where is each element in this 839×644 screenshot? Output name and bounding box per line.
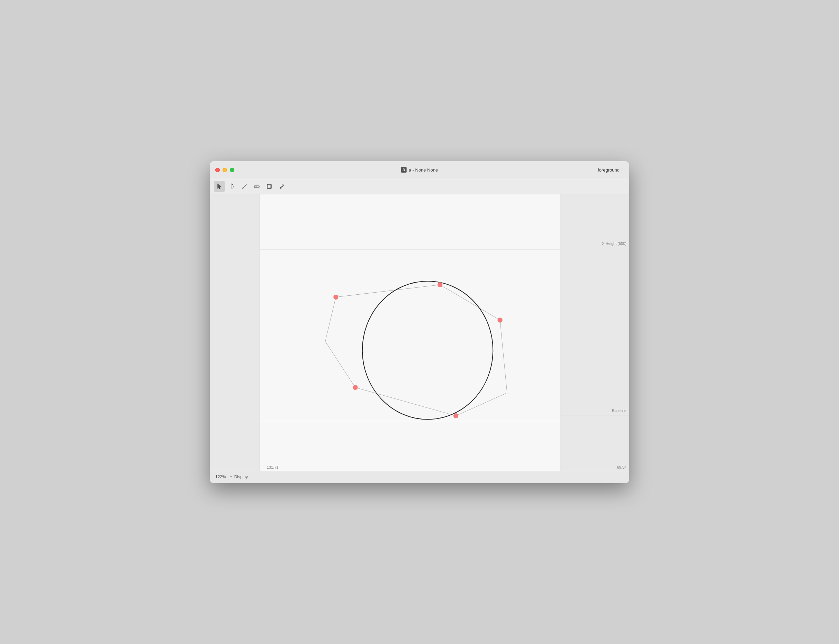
measure-tool-button[interactable] bbox=[251, 181, 262, 192]
maximize-button[interactable] bbox=[230, 168, 234, 172]
pointer-tool-button[interactable] bbox=[214, 181, 225, 192]
control-point-bottom-left bbox=[353, 385, 358, 390]
main-content: 131.71 X Height (500) Baseline 69.34 bbox=[210, 194, 629, 471]
close-button[interactable] bbox=[215, 168, 220, 172]
left-sidebar bbox=[210, 194, 260, 471]
pencil-icon bbox=[241, 183, 247, 189]
canvas-area[interactable]: 131.71 bbox=[260, 194, 560, 471]
control-point-left bbox=[333, 294, 338, 299]
svg-point-15 bbox=[363, 281, 493, 419]
coord-right-sidebar: 69.34 bbox=[617, 465, 626, 469]
toolbar bbox=[210, 179, 629, 194]
traffic-lights bbox=[215, 168, 234, 172]
svg-marker-14 bbox=[325, 285, 507, 416]
status-bar: 122% ⌃ Display... ⌄ bbox=[210, 471, 629, 483]
window-title-group: U a - None None bbox=[401, 167, 438, 172]
svg-line-2 bbox=[242, 185, 246, 189]
right-sidebar: X Height (500) Baseline 69.34 bbox=[560, 194, 629, 471]
window-title: a - None None bbox=[409, 168, 438, 172]
display-button[interactable]: Display... ⌄ bbox=[234, 475, 255, 480]
xheight-label: X Height (500) bbox=[602, 242, 626, 246]
pen-tool-button[interactable] bbox=[226, 181, 237, 192]
minimize-button[interactable] bbox=[223, 168, 227, 172]
titlebar: U a - None None foreground ⌃ bbox=[210, 161, 629, 179]
control-point-right bbox=[498, 317, 502, 322]
control-point-top-right bbox=[437, 282, 442, 287]
pen-icon bbox=[229, 183, 235, 189]
coord-left: 131.71 bbox=[267, 465, 279, 469]
foreground-dropdown[interactable]: foreground ⌃ bbox=[598, 168, 624, 172]
shape-tool-button[interactable] bbox=[264, 181, 275, 192]
display-chevron-icon: ⌄ bbox=[252, 475, 255, 479]
svg-line-11 bbox=[283, 184, 284, 185]
shape-icon bbox=[266, 183, 272, 189]
display-label: Display... bbox=[234, 475, 251, 480]
svg-line-3 bbox=[246, 184, 246, 185]
titlebar-right: foreground ⌃ bbox=[598, 168, 624, 172]
measure-icon bbox=[254, 183, 260, 189]
pointer-icon bbox=[216, 183, 223, 189]
svg-point-1 bbox=[232, 184, 232, 185]
knife-icon bbox=[279, 183, 285, 189]
zoom-level: 122% bbox=[215, 475, 226, 480]
chevron-icon: ⌃ bbox=[621, 168, 624, 172]
app-icon: U bbox=[401, 167, 407, 172]
baseline-label: Baseline bbox=[612, 409, 626, 412]
svg-rect-10 bbox=[268, 185, 271, 188]
foreground-label: foreground bbox=[598, 168, 620, 172]
glyph-canvas[interactable] bbox=[260, 194, 560, 471]
knife-tool-button[interactable] bbox=[276, 181, 287, 192]
app-window: U a - None None foreground ⌃ bbox=[210, 161, 629, 483]
pencil-tool-button[interactable] bbox=[239, 181, 250, 192]
svg-line-4 bbox=[242, 189, 242, 189]
zoom-chevron-icon: ⌃ bbox=[229, 475, 232, 479]
xheight-guide-line bbox=[560, 248, 629, 248]
status-left: 122% ⌃ Display... ⌄ bbox=[215, 475, 255, 480]
baseline-guide-line bbox=[560, 415, 629, 416]
control-point-bottom-right bbox=[453, 413, 458, 418]
